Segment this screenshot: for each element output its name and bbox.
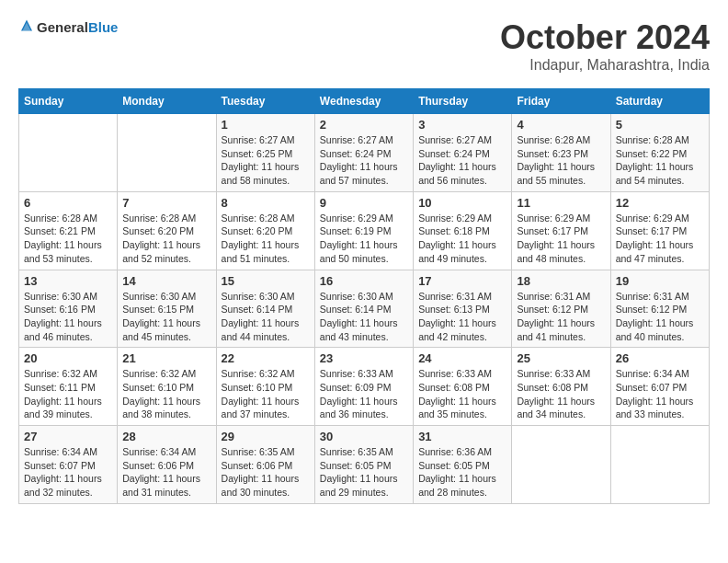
calendar-cell: 12Sunrise: 6:29 AM Sunset: 6:17 PM Dayli… xyxy=(610,191,709,270)
day-info: Sunrise: 6:32 AM Sunset: 6:11 PM Dayligh… xyxy=(24,367,112,421)
calendar-cell: 14Sunrise: 6:30 AM Sunset: 6:15 PM Dayli… xyxy=(118,270,216,348)
calendar-table: Sunday Monday Tuesday Wednesday Thursday… xyxy=(18,88,710,504)
calendar-cell: 27Sunrise: 6:34 AM Sunset: 6:07 PM Dayli… xyxy=(19,426,118,504)
day-info: Sunrise: 6:36 AM Sunset: 6:05 PM Dayligh… xyxy=(418,445,506,500)
calendar-cell: 7Sunrise: 6:28 AM Sunset: 6:20 PM Daylig… xyxy=(118,191,216,270)
day-number: 13 xyxy=(24,274,112,288)
week-row-2: 6Sunrise: 6:28 AM Sunset: 6:21 PM Daylig… xyxy=(19,191,710,270)
calendar-cell: 5Sunrise: 6:28 AM Sunset: 6:22 PM Daylig… xyxy=(610,114,709,192)
day-info: Sunrise: 6:30 AM Sunset: 6:15 PM Dayligh… xyxy=(122,290,210,344)
day-info: Sunrise: 6:27 AM Sunset: 6:24 PM Dayligh… xyxy=(320,133,408,188)
calendar-cell: 4Sunrise: 6:28 AM Sunset: 6:23 PM Daylig… xyxy=(512,114,610,192)
day-info: Sunrise: 6:35 AM Sunset: 6:05 PM Dayligh… xyxy=(320,445,408,500)
day-info: Sunrise: 6:31 AM Sunset: 6:13 PM Dayligh… xyxy=(418,290,506,344)
day-info: Sunrise: 6:27 AM Sunset: 6:25 PM Dayligh… xyxy=(222,133,310,188)
calendar-cell: 18Sunrise: 6:31 AM Sunset: 6:12 PM Dayli… xyxy=(512,270,610,348)
col-wednesday: Wednesday xyxy=(314,89,413,114)
calendar-title: October 2024 xyxy=(500,18,710,57)
calendar-cell xyxy=(118,114,216,192)
day-info: Sunrise: 6:32 AM Sunset: 6:10 PM Dayligh… xyxy=(122,367,210,421)
calendar-cell: 3Sunrise: 6:27 AM Sunset: 6:24 PM Daylig… xyxy=(414,114,512,192)
day-info: Sunrise: 6:30 AM Sunset: 6:14 PM Dayligh… xyxy=(222,290,310,344)
calendar-cell: 10Sunrise: 6:29 AM Sunset: 6:18 PM Dayli… xyxy=(414,191,512,270)
day-info: Sunrise: 6:29 AM Sunset: 6:18 PM Dayligh… xyxy=(418,212,506,266)
week-row-5: 27Sunrise: 6:34 AM Sunset: 6:07 PM Dayli… xyxy=(19,426,710,504)
day-info: Sunrise: 6:28 AM Sunset: 6:23 PM Dayligh… xyxy=(517,133,605,188)
logo-general: General xyxy=(37,19,88,35)
day-number: 14 xyxy=(122,274,210,288)
calendar-cell xyxy=(512,426,610,504)
day-info: Sunrise: 6:32 AM Sunset: 6:10 PM Dayligh… xyxy=(222,367,310,421)
calendar-cell: 28Sunrise: 6:34 AM Sunset: 6:06 PM Dayli… xyxy=(118,426,216,504)
day-number: 4 xyxy=(517,118,605,132)
day-info: Sunrise: 6:28 AM Sunset: 6:22 PM Dayligh… xyxy=(616,133,704,188)
calendar-body: 1Sunrise: 6:27 AM Sunset: 6:25 PM Daylig… xyxy=(19,114,710,504)
day-info: Sunrise: 6:34 AM Sunset: 6:07 PM Dayligh… xyxy=(616,367,704,421)
day-number: 23 xyxy=(320,351,408,365)
day-number: 11 xyxy=(517,196,605,210)
day-info: Sunrise: 6:34 AM Sunset: 6:07 PM Dayligh… xyxy=(24,445,112,500)
calendar-cell: 31Sunrise: 6:36 AM Sunset: 6:05 PM Dayli… xyxy=(414,426,512,504)
day-info: Sunrise: 6:29 AM Sunset: 6:17 PM Dayligh… xyxy=(517,212,605,266)
day-number: 31 xyxy=(418,430,506,443)
day-number: 18 xyxy=(517,274,605,288)
calendar-cell: 23Sunrise: 6:33 AM Sunset: 6:09 PM Dayli… xyxy=(314,348,413,426)
day-number: 3 xyxy=(418,118,506,132)
day-info: Sunrise: 6:28 AM Sunset: 6:21 PM Dayligh… xyxy=(24,212,112,266)
calendar-cell: 8Sunrise: 6:28 AM Sunset: 6:20 PM Daylig… xyxy=(216,191,314,270)
calendar-cell: 19Sunrise: 6:31 AM Sunset: 6:12 PM Dayli… xyxy=(610,270,709,348)
day-info: Sunrise: 6:27 AM Sunset: 6:24 PM Dayligh… xyxy=(418,133,506,188)
calendar-header: Sunday Monday Tuesday Wednesday Thursday… xyxy=(19,89,710,114)
day-number: 24 xyxy=(418,351,506,365)
calendar-cell: 15Sunrise: 6:30 AM Sunset: 6:14 PM Dayli… xyxy=(216,270,314,348)
col-saturday: Saturday xyxy=(610,89,709,114)
col-thursday: Thursday xyxy=(414,89,512,114)
day-info: Sunrise: 6:28 AM Sunset: 6:20 PM Dayligh… xyxy=(122,212,210,266)
day-number: 5 xyxy=(616,118,704,132)
calendar-cell: 2Sunrise: 6:27 AM Sunset: 6:24 PM Daylig… xyxy=(314,114,413,192)
week-row-4: 20Sunrise: 6:32 AM Sunset: 6:11 PM Dayli… xyxy=(19,348,710,426)
day-info: Sunrise: 6:28 AM Sunset: 6:20 PM Dayligh… xyxy=(222,212,310,266)
day-number: 25 xyxy=(517,351,605,365)
day-number: 16 xyxy=(320,274,408,288)
calendar-subtitle: Indapur, Maharashtra, India xyxy=(500,57,710,74)
day-info: Sunrise: 6:30 AM Sunset: 6:14 PM Dayligh… xyxy=(320,290,408,344)
days-of-week-row: Sunday Monday Tuesday Wednesday Thursday… xyxy=(19,89,710,114)
day-info: Sunrise: 6:33 AM Sunset: 6:08 PM Dayligh… xyxy=(418,367,506,421)
page-header: General Blue October 2024 Indapur, Mahar… xyxy=(18,18,710,74)
day-info: Sunrise: 6:33 AM Sunset: 6:08 PM Dayligh… xyxy=(517,367,605,421)
calendar-cell: 6Sunrise: 6:28 AM Sunset: 6:21 PM Daylig… xyxy=(19,191,118,270)
week-row-3: 13Sunrise: 6:30 AM Sunset: 6:16 PM Dayli… xyxy=(19,270,710,348)
day-number: 12 xyxy=(616,196,704,210)
calendar-cell: 17Sunrise: 6:31 AM Sunset: 6:13 PM Dayli… xyxy=(414,270,512,348)
day-number: 10 xyxy=(418,196,506,210)
day-number: 20 xyxy=(24,351,112,365)
day-number: 21 xyxy=(122,351,210,365)
calendar-cell: 11Sunrise: 6:29 AM Sunset: 6:17 PM Dayli… xyxy=(512,191,610,270)
col-sunday: Sunday xyxy=(19,89,118,114)
day-info: Sunrise: 6:33 AM Sunset: 6:09 PM Dayligh… xyxy=(320,367,408,421)
day-info: Sunrise: 6:30 AM Sunset: 6:16 PM Dayligh… xyxy=(24,290,112,344)
calendar-cell xyxy=(610,426,709,504)
logo: General Blue xyxy=(18,18,118,35)
day-number: 9 xyxy=(320,196,408,210)
day-number: 27 xyxy=(24,430,112,443)
calendar-cell: 24Sunrise: 6:33 AM Sunset: 6:08 PM Dayli… xyxy=(414,348,512,426)
col-tuesday: Tuesday xyxy=(216,89,314,114)
calendar-cell: 21Sunrise: 6:32 AM Sunset: 6:10 PM Dayli… xyxy=(118,348,216,426)
calendar-cell xyxy=(19,114,118,192)
calendar-cell: 9Sunrise: 6:29 AM Sunset: 6:19 PM Daylig… xyxy=(314,191,413,270)
calendar-cell: 26Sunrise: 6:34 AM Sunset: 6:07 PM Dayli… xyxy=(610,348,709,426)
day-number: 6 xyxy=(24,196,112,210)
calendar-cell: 22Sunrise: 6:32 AM Sunset: 6:10 PM Dayli… xyxy=(216,348,314,426)
day-number: 28 xyxy=(122,430,210,443)
day-number: 15 xyxy=(222,274,310,288)
calendar-cell: 30Sunrise: 6:35 AM Sunset: 6:05 PM Dayli… xyxy=(314,426,413,504)
calendar-cell: 1Sunrise: 6:27 AM Sunset: 6:25 PM Daylig… xyxy=(216,114,314,192)
day-number: 26 xyxy=(616,351,704,365)
day-info: Sunrise: 6:34 AM Sunset: 6:06 PM Dayligh… xyxy=(122,445,210,500)
day-info: Sunrise: 6:35 AM Sunset: 6:06 PM Dayligh… xyxy=(222,445,310,500)
day-number: 22 xyxy=(222,351,310,365)
calendar-cell: 13Sunrise: 6:30 AM Sunset: 6:16 PM Dayli… xyxy=(19,270,118,348)
day-number: 29 xyxy=(222,430,310,443)
